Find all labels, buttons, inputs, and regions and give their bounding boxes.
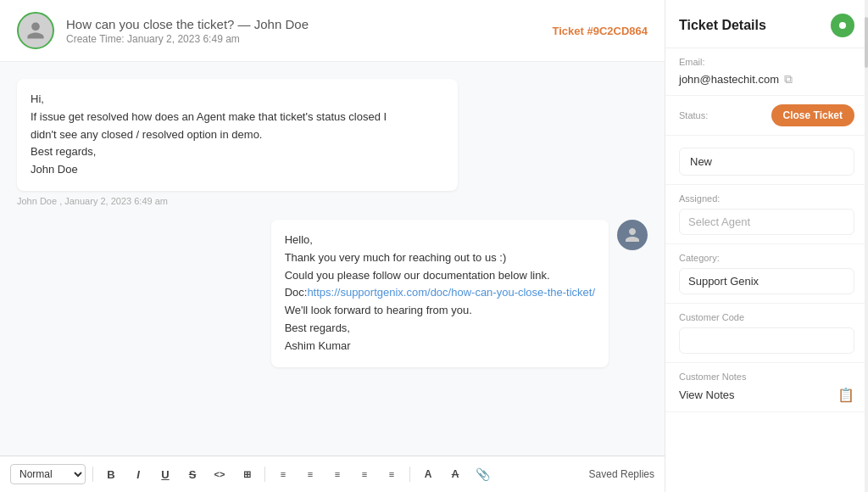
table-button[interactable]: ⊞: [236, 463, 258, 485]
ticket-create-time: Create Time: January 2, 2023 6:49 am: [66, 33, 540, 45]
editor-toolbar: Normal Heading 1 Heading 2 B I U S <> ⊞ …: [0, 456, 665, 492]
email-section: Email: john@hastechit.com ⧉: [665, 48, 868, 96]
ticket-id: Ticket #9C2CD864: [552, 25, 648, 37]
format-select[interactable]: Normal Heading 1 Heading 2: [10, 464, 86, 484]
email-value: john@hastechit.com ⧉: [679, 72, 854, 87]
message-bubble-right: Hello, Thank you very much for reaching …: [271, 220, 609, 367]
underline-button[interactable]: U: [154, 463, 176, 485]
font-color-button[interactable]: A: [417, 463, 439, 485]
category-section: Category: Support Genix: [665, 244, 868, 304]
status-label: Status:: [679, 110, 708, 120]
customer-notes-section: Customer Notes View Notes 📋: [665, 363, 868, 412]
avatar: [17, 12, 54, 49]
status-dropdown-section: New: [665, 136, 868, 185]
close-ticket-button[interactable]: Close Ticket: [771, 104, 854, 126]
toolbar-separator-1: [92, 467, 93, 482]
ticket-info: How can you close the ticket? — John Doe…: [66, 17, 540, 45]
assigned-section: Assigned: Select Agent: [665, 185, 868, 244]
copy-email-icon[interactable]: ⧉: [784, 72, 793, 87]
saved-replies-button[interactable]: Saved Replies: [589, 468, 654, 480]
agent-avatar: [617, 220, 648, 250]
notes-icon[interactable]: 📋: [837, 387, 854, 403]
attachment-button[interactable]: 📎: [471, 463, 493, 485]
list-ordered-button[interactable]: ≡: [381, 463, 403, 485]
align-justify-button[interactable]: ≡: [353, 463, 376, 485]
status-new-option[interactable]: New: [680, 148, 854, 175]
code-button[interactable]: <>: [209, 463, 231, 485]
toolbar-separator-3: [409, 467, 410, 482]
ticket-header: How can you close the ticket? — John Doe…: [0, 0, 665, 62]
customer-notes-label: Customer Notes: [679, 372, 854, 382]
align-left-button[interactable]: ≡: [272, 463, 294, 485]
sidebar-title: Ticket Details: [679, 18, 766, 33]
assigned-select[interactable]: Select Agent: [679, 209, 854, 235]
scrollbar-thumb[interactable]: [865, 17, 868, 68]
category-select[interactable]: Support Genix: [679, 268, 854, 294]
message-left: Hi, If issue get resolved how does an Ag…: [17, 79, 648, 206]
font-clear-button[interactable]: A: [444, 463, 466, 485]
italic-button[interactable]: I: [127, 463, 149, 485]
bold-button[interactable]: B: [100, 463, 122, 485]
align-center-button[interactable]: ≡: [299, 463, 321, 485]
customer-code-select[interactable]: [679, 327, 854, 354]
status-dropdown: New: [679, 148, 854, 176]
message-meta-left: John Doe , January 2, 2023 6:49 am: [17, 196, 648, 206]
assigned-label: Assigned:: [679, 193, 854, 204]
email-label: Email:: [679, 57, 854, 67]
status-section: Status: Close Ticket: [665, 96, 868, 136]
align-right-button[interactable]: ≡: [326, 463, 348, 485]
customer-code-label: Customer Code: [679, 312, 854, 322]
message-bubble-left: Hi, If issue get resolved how does an Ag…: [17, 79, 458, 191]
category-label: Category:: [679, 253, 854, 263]
ticket-sidebar: Ticket Details Email: john@hastechit.com…: [665, 0, 868, 492]
customer-code-section: Customer Code: [665, 304, 868, 363]
doc-link[interactable]: https://supportgenix.com/doc/how-can-you…: [307, 286, 595, 299]
toolbar-separator-2: [264, 467, 265, 482]
scrollbar[interactable]: [865, 0, 868, 492]
ticket-title: How can you close the ticket? — John Doe: [66, 17, 540, 31]
arrow-indicator: [665, 103, 665, 128]
view-notes-label[interactable]: View Notes: [679, 389, 735, 401]
message-right: Hello, Thank you very much for reaching …: [17, 220, 648, 367]
strikethrough-button[interactable]: S: [181, 463, 203, 485]
sidebar-action-button[interactable]: [831, 14, 854, 37]
chat-area: Hi, If issue get resolved how does an Ag…: [0, 62, 665, 456]
sidebar-header: Ticket Details: [665, 0, 868, 48]
